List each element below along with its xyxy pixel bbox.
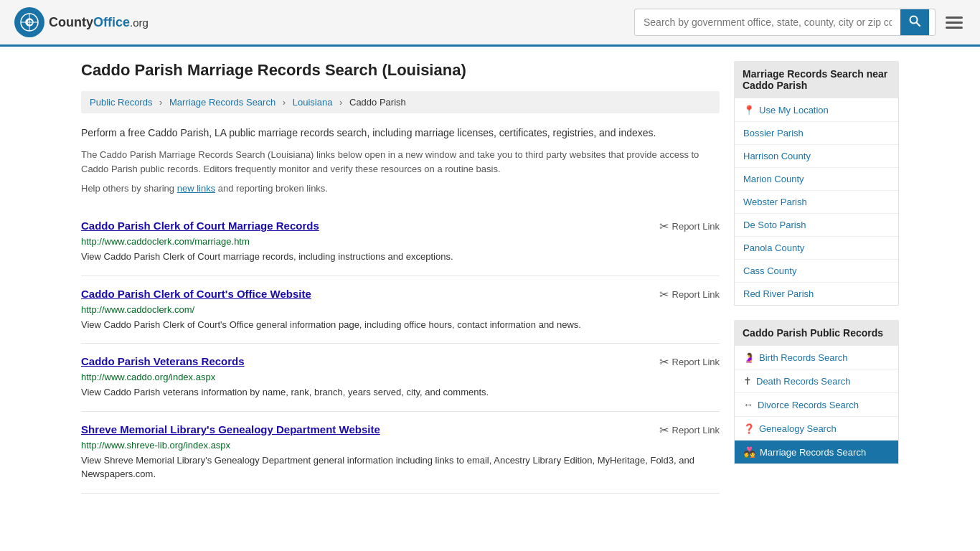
breadcrumb-sep-1: › [159, 97, 162, 108]
sidebar-link-marion[interactable]: Marion County [743, 174, 804, 184]
report-label-1: Report Link [672, 289, 720, 300]
birth-icon [743, 352, 755, 363]
sidebar-link-webster[interactable]: Webster Parish [743, 197, 807, 207]
sidebar-link-birth[interactable]: Birth Records Search [759, 352, 848, 363]
sidebar-item-divorce[interactable]: Divorce Records Search [735, 393, 898, 417]
sidebar-link-divorce[interactable]: Divorce Records Search [758, 400, 859, 410]
page-title: Caddo Parish Marriage Records Search (Lo… [81, 61, 720, 80]
record-header-1: Caddo Parish Clerk of Court's Office Web… [81, 288, 720, 301]
intro-text: Perform a free Caddo Parish, LA public m… [81, 125, 720, 141]
sidebar: Marriage Records Search near Caddo Paris… [734, 61, 899, 494]
breadcrumb-current: Caddo Parish [349, 97, 406, 108]
report-label-3: Report Link [672, 425, 720, 435]
sidebar-item-birth[interactable]: Birth Records Search [735, 346, 898, 369]
sidebar-item-genealogy[interactable]: Genealogy Search [735, 417, 898, 441]
death-icon [743, 375, 752, 387]
sidebar-item-use-location[interactable]: Use My Location [735, 98, 898, 122]
genealogy-icon [743, 423, 755, 434]
report-link-0[interactable]: ✂ Report Link [659, 220, 720, 233]
record-desc-1: View Caddo Parish Clerk of Court's Offic… [81, 318, 720, 332]
report-icon-0: ✂ [659, 220, 669, 233]
record-url-1[interactable]: http://www.caddoclerk.com/ [81, 304, 720, 315]
record-header-3: Shreve Memorial Library's Genealogy Depa… [81, 423, 720, 437]
record-url-3[interactable]: http://www.shreve-lib.org/index.aspx [81, 440, 720, 451]
report-label-0: Report Link [672, 221, 720, 232]
report-link-2[interactable]: ✂ Report Link [659, 355, 720, 369]
sidebar-nearby-section: Marriage Records Search near Caddo Paris… [734, 61, 899, 306]
record-card-1: Caddo Parish Clerk of Court's Office Web… [81, 276, 720, 344]
breadcrumb-sep-2: › [283, 97, 286, 108]
report-icon-1: ✂ [659, 288, 669, 301]
sidebar-public-records-section: Caddo Parish Public Records Birth Record… [734, 320, 899, 464]
report-link-1[interactable]: ✂ Report Link [659, 288, 720, 301]
header-right [634, 9, 966, 36]
sidebar-item-death[interactable]: Death Records Search [735, 369, 898, 393]
logo-text: CountyOffice.org [49, 15, 149, 30]
sidebar-public-records-list: Birth Records Search Death Records Searc… [734, 346, 899, 464]
sidebar-link-panola[interactable]: Panola County [743, 242, 804, 253]
svg-line-6 [917, 23, 920, 27]
record-title-3[interactable]: Shreve Memorial Library's Genealogy Depa… [81, 423, 380, 435]
sidebar-link-bossier[interactable]: Bossier Parish [743, 128, 804, 138]
sidebar-link-harrison[interactable]: Harrison County [743, 151, 811, 161]
menu-button[interactable] [943, 14, 966, 32]
record-header-0: Caddo Parish Clerk of Court Marriage Rec… [81, 220, 720, 233]
record-url-0[interactable]: http://www.caddoclerk.com/marriage.htm [81, 236, 720, 247]
search-button[interactable] [900, 9, 929, 35]
record-card-3: Shreve Memorial Library's Genealogy Depa… [81, 412, 720, 494]
sidebar-link-death[interactable]: Death Records Search [756, 376, 851, 387]
sidebar-nearby-header: Marriage Records Search near Caddo Paris… [734, 61, 899, 98]
intro-note: The Caddo Parish Marriage Records Search… [81, 148, 720, 176]
help-text: Help others by sharing new links and rep… [81, 183, 720, 194]
sidebar-nearby-list: Use My Location Bossier Parish Harrison … [734, 98, 899, 306]
sidebar-item-desoto[interactable]: De Soto Parish [735, 214, 898, 237]
sidebar-link-cass[interactable]: Cass County [743, 265, 796, 276]
sidebar-link-desoto[interactable]: De Soto Parish [743, 220, 806, 230]
record-desc-0: View Caddo Parish Clerk of Court marriag… [81, 250, 720, 264]
report-label-2: Report Link [672, 357, 720, 367]
breadcrumb-sep-3: › [339, 97, 342, 108]
logo: C CountyOffice.org [14, 7, 149, 37]
sidebar-item-harrison[interactable]: Harrison County [735, 145, 898, 168]
divorce-icon [743, 399, 753, 410]
site-header: C CountyOffice.org [0, 0, 980, 47]
sidebar-link-use-location[interactable]: Use My Location [759, 105, 829, 116]
sidebar-link-genealogy[interactable]: Genealogy Search [759, 423, 837, 434]
record-card-0: Caddo Parish Clerk of Court Marriage Rec… [81, 208, 720, 276]
breadcrumb-link-public-records[interactable]: Public Records [90, 97, 152, 108]
breadcrumb: Public Records › Marriage Records Search… [81, 91, 720, 113]
breadcrumb-link-marriage-records[interactable]: Marriage Records Search [169, 97, 275, 108]
report-icon-2: ✂ [659, 355, 669, 369]
record-title-1[interactable]: Caddo Parish Clerk of Court's Office Web… [81, 288, 311, 300]
sidebar-item-webster[interactable]: Webster Parish [735, 191, 898, 214]
marriage-icon: 💑 [743, 446, 755, 458]
search-box [634, 9, 936, 36]
logo-icon: C [14, 7, 44, 37]
record-title-2[interactable]: Caddo Parish Veterans Records [81, 355, 245, 367]
sidebar-item-panola[interactable]: Panola County [735, 237, 898, 260]
report-link-3[interactable]: ✂ Report Link [659, 423, 720, 437]
record-desc-2: View Caddo Parish veterans information b… [81, 385, 720, 400]
sidebar-item-bossier[interactable]: Bossier Parish [735, 122, 898, 145]
sidebar-public-records-header: Caddo Parish Public Records [734, 320, 899, 346]
sidebar-item-marriage[interactable]: 💑 Marriage Records Search [735, 441, 898, 463]
sidebar-link-marriage[interactable]: Marriage Records Search [760, 447, 866, 458]
sidebar-item-marion[interactable]: Marion County [735, 168, 898, 191]
record-header-2: Caddo Parish Veterans Records ✂ Report L… [81, 355, 720, 369]
sidebar-link-redriver[interactable]: Red River Parish [743, 288, 814, 299]
report-icon-3: ✂ [659, 423, 669, 437]
sidebar-item-cass[interactable]: Cass County [735, 260, 898, 283]
sidebar-item-redriver[interactable]: Red River Parish [735, 283, 898, 305]
record-card-2: Caddo Parish Veterans Records ✂ Report L… [81, 344, 720, 412]
breadcrumb-link-louisiana[interactable]: Louisiana [293, 97, 333, 108]
location-icon [743, 104, 755, 116]
content-area: Caddo Parish Marriage Records Search (Lo… [81, 61, 720, 494]
main-container: Caddo Parish Marriage Records Search (Lo… [67, 47, 913, 508]
search-input[interactable] [635, 11, 900, 34]
records-list: Caddo Parish Clerk of Court Marriage Rec… [81, 208, 720, 494]
new-links-link[interactable]: new links [177, 183, 215, 194]
record-url-2[interactable]: http://www.caddo.org/index.aspx [81, 372, 720, 382]
record-desc-3: View Shreve Memorial Library's Genealogy… [81, 453, 720, 481]
record-title-0[interactable]: Caddo Parish Clerk of Court Marriage Rec… [81, 220, 319, 232]
